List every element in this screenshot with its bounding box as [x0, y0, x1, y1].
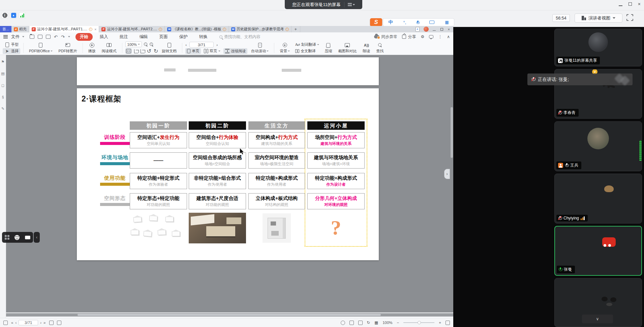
rotate-document-button[interactable]: 旋转文档 [159, 42, 179, 54]
prev-page-icon[interactable]: ‹ [185, 43, 187, 47]
prev-page-icon[interactable]: ‹ [15, 321, 17, 325]
double-view-icon[interactable] [358, 321, 363, 325]
ime-punctuation-toggle[interactable]: °, [403, 20, 406, 25]
video-tile-active-speaker[interactable]: 张曼 [554, 226, 642, 276]
mini-keyboard-icon[interactable] [25, 236, 30, 239]
play-button[interactable]: 播放 [86, 42, 98, 54]
minimize-button[interactable] [433, 28, 436, 31]
full-translate-button[interactable]: 全文翻译 [294, 48, 321, 54]
new-tab-button[interactable]: + [292, 26, 300, 32]
open-icon[interactable] [30, 35, 34, 39]
comment-panel-icon[interactable]: ◻ [1, 83, 4, 88]
collapse-float-toolbar[interactable]: ‹ [34, 232, 40, 243]
minimize-button[interactable] [619, 2, 622, 6]
network-quality-button[interactable] [19, 12, 26, 19]
bookmark-icon[interactable]: ⚑ [1, 60, 5, 64]
collapse-ribbon-icon[interactable]: ∧ [447, 34, 450, 39]
rotate-view-icon[interactable]: ↻ [367, 320, 370, 325]
undo-icon[interactable]: ↶ [54, 34, 58, 39]
video-tile-screen-share[interactable]: 张曼11的屏幕共享 [554, 29, 642, 66]
single-view-icon[interactable] [349, 321, 354, 325]
word-translate-button[interactable]: A⇄划词翻译 [294, 42, 321, 48]
sync-status[interactable]: 同步异常 [374, 34, 397, 40]
zoom-slider-knob[interactable] [418, 321, 421, 324]
fit-page-icon[interactable] [446, 321, 450, 325]
ime-toolbox-icon[interactable]: ▦ [445, 20, 449, 25]
doc-count-icon[interactable]: 4 [416, 27, 420, 32]
compress-button[interactable]: 压缩 [322, 42, 334, 54]
tab-doc1-active[interactable]: P 运河小屋-建筑与环...PART1.pdf ! × [29, 26, 99, 32]
scroll-down-participants-button[interactable]: ∨ [582, 315, 613, 323]
menu-file[interactable]: 文件 [11, 34, 20, 40]
apps-grid-icon[interactable] [5, 235, 9, 240]
page-indicator[interactable]: 3/71 [189, 42, 214, 48]
ime-keyboard-icon[interactable] [429, 21, 434, 24]
find-button[interactable]: 查找 [374, 42, 386, 54]
video-tile-participant[interactable]: Chyiying [554, 174, 642, 224]
fullscreen-button[interactable] [626, 14, 633, 21]
redo-icon[interactable]: ↷ [61, 34, 65, 39]
menu-page[interactable]: 页面 [155, 33, 172, 41]
feedback-icon[interactable] [429, 35, 433, 38]
zoom-out-icon[interactable]: − [144, 42, 148, 46]
auto-scroll-button[interactable]: ↕自动滚动 [249, 42, 271, 54]
zoom-level-dropdown[interactable]: 100% [125, 41, 142, 47]
more-icon[interactable]: ⋮ [438, 34, 442, 39]
tab-home[interactable]: 首页 [0, 26, 11, 32]
menu-convert[interactable]: 转换 [195, 33, 212, 41]
attachment-icon[interactable]: § [2, 95, 4, 99]
print-icon[interactable] [46, 35, 51, 39]
pdf-to-office-button[interactable]: PDF转Office [27, 42, 55, 54]
close-button[interactable]: × [448, 27, 450, 31]
double-page-button[interactable]: 双页 [202, 48, 222, 54]
close-tab-icon[interactable]: × [94, 27, 96, 31]
view-mode-dropdown[interactable]: 演讲者视图 [575, 13, 622, 23]
grid-view-icon[interactable]: ▦ [374, 320, 378, 325]
tab-doc2[interactable]: P 运河小屋-建筑与环...PART2.pdf ! [99, 26, 165, 32]
single-page-button[interactable]: 单页 [185, 48, 201, 54]
zoom-in-icon[interactable]: + [150, 42, 153, 46]
pdf-canvas[interactable]: 2·课程框架 初园一阶 初园二阶 生活立方 运河小屋 训练阶段 环境与场地 使用… [6, 55, 453, 313]
pdf-to-image-button[interactable]: PDF转图片 [56, 42, 80, 54]
info-button[interactable]: i [1, 12, 8, 19]
background-button[interactable]: 背景 [277, 42, 292, 54]
menu-protect[interactable]: 保护 [175, 33, 192, 41]
reaction-smiley-icon[interactable] [14, 235, 20, 240]
save-icon[interactable] [38, 35, 42, 39]
screenshot-compare-button[interactable]: 截图和对比 [336, 42, 359, 54]
next-page-icon[interactable]: › [40, 321, 41, 325]
upgrade-button[interactable]: ▲ [10, 12, 17, 19]
zoom-slider[interactable] [403, 322, 434, 323]
menu-edit[interactable]: 编辑 [135, 33, 152, 41]
page-mark-icon[interactable] [49, 321, 54, 325]
zoom-in-button[interactable]: + [439, 321, 441, 325]
menu-start[interactable]: 开始 [75, 33, 93, 41]
close-button[interactable]: × [638, 2, 641, 6]
next-page-icon[interactable]: › [216, 43, 218, 47]
account-avatar[interactable] [424, 27, 429, 32]
settings-icon[interactable]: ⚙ [421, 34, 424, 39]
maximize-button[interactable] [440, 28, 443, 31]
scrollbar-thumb[interactable] [78, 314, 381, 316]
search-box[interactable]: 查找功能、文档内容 [219, 34, 260, 40]
eye-protect-icon[interactable] [341, 321, 345, 325]
rotate-left-icon[interactable]: ↺ [147, 48, 151, 54]
note-icon[interactable] [57, 321, 61, 325]
zoom-out-button[interactable]: − [397, 321, 399, 325]
sogou-logo-icon[interactable]: S [370, 18, 382, 26]
read-aloud-button[interactable]: A))朗读 [360, 42, 372, 54]
scrollbar-thumb[interactable] [451, 107, 453, 158]
share-button[interactable]: 分享 [402, 34, 416, 40]
menu-comment[interactable]: 批注 [115, 33, 132, 41]
ime-mic-icon[interactable] [417, 21, 419, 24]
tab-docer[interactable]: d 稻壳 [11, 26, 29, 32]
video-tile-participant[interactable]: 王兵 [554, 121, 642, 171]
last-page-icon[interactable]: » [43, 321, 45, 325]
crop-region-icon[interactable] [141, 49, 145, 53]
vertical-scrollbar[interactable] [451, 55, 453, 313]
tab-doc3[interactable]: W 《课程名称》教...(班级) -模板 ! [165, 26, 228, 32]
hand-tool-button[interactable]: 手型 [3, 42, 20, 48]
annotate-icon[interactable]: ✎ [1, 107, 4, 111]
thumbnail-panel-icon[interactable]: ▤ [1, 71, 4, 76]
tab-doc4[interactable]: W 历史建筑保护...步课教学思考 ! [229, 26, 292, 32]
